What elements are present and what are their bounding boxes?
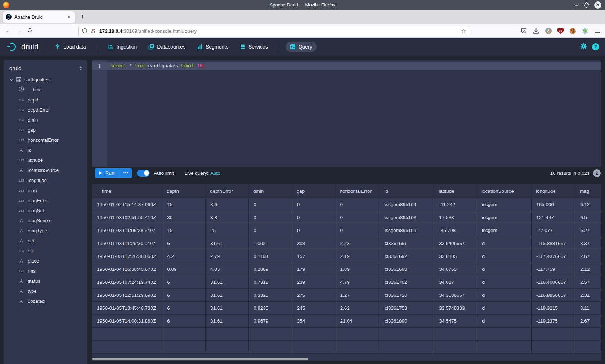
table-cell[interactable]: 30 (162, 211, 206, 224)
table-cell[interactable]: 2.31 (575, 289, 601, 302)
table-cell[interactable]: 1950-01-05T14:00:31.860Z (92, 315, 162, 328)
horizontal-scrollbar[interactable] (92, 358, 601, 360)
sidebar-column-depthError[interactable]: 123depthError (4, 105, 87, 115)
table-cell[interactable]: 2.67 (575, 250, 601, 263)
table-cell[interactable]: 1950-01-05T07:24:19.740Z (92, 276, 162, 289)
sidebar-column-longitude[interactable]: 123longitude (4, 175, 87, 185)
forward-button[interactable]: → (14, 28, 24, 34)
table-cell[interactable]: -45.798 (434, 224, 477, 237)
run-button[interactable]: Run (95, 168, 120, 178)
table-cell[interactable]: 34.017 (434, 276, 477, 289)
table-cell[interactable]: 0.3325 (249, 289, 292, 302)
table-cell[interactable]: 2.12 (575, 263, 601, 276)
table-cell[interactable]: 2.67 (575, 315, 601, 328)
table-cell[interactable]: 1950-01-04T16:38:45.670Z (92, 263, 162, 276)
table-cell[interactable]: ci (477, 237, 532, 250)
table-cell[interactable]: 15 (162, 224, 206, 237)
sidebar-column-magType[interactable]: AmagType (4, 226, 87, 236)
table-cell[interactable]: 31.61 (206, 289, 249, 302)
table-cell[interactable]: -117.759 (532, 263, 575, 276)
nav-item-segments[interactable]: Segments (193, 42, 233, 52)
table-cell[interactable]: 245 (292, 302, 336, 315)
table-cell[interactable]: 2.23 (335, 237, 380, 250)
table-cell[interactable]: iscgem895104 (380, 198, 434, 211)
table-cell[interactable]: iscgem (477, 224, 532, 237)
column-header-dmin[interactable]: dmin (249, 184, 292, 198)
insecure-lock-icon[interactable] (91, 28, 96, 34)
column-header-horizontalError[interactable]: horizontalError (335, 184, 380, 198)
table-cell[interactable]: 121.447 (532, 211, 575, 224)
table-cell[interactable]: ci (477, 289, 532, 302)
auto-limit-toggle[interactable] (137, 170, 150, 177)
sidebar-column-magError[interactable]: 123magError (4, 195, 87, 205)
sidebar-column-magSource[interactable]: AmagSource (4, 215, 87, 226)
sql-code-line[interactable]: select * from earthquakes limit 10 (107, 63, 203, 69)
nav-item-load-data[interactable]: Load data (50, 42, 90, 52)
sidebar-column-mag[interactable]: 123mag (4, 185, 87, 195)
sidebar-column-locationSource[interactable]: AlocationSource (4, 165, 87, 175)
table-cell[interactable]: 33.5748333 (434, 302, 477, 315)
live-query-value[interactable]: Auto (210, 170, 220, 176)
table-cell[interactable]: 3.37 (575, 237, 601, 250)
table-cell[interactable]: 17.533 (434, 211, 477, 224)
table-cell[interactable]: 2.57 (575, 276, 601, 289)
sidebar-column-place[interactable]: Aplace (4, 256, 87, 266)
sidebar-column-depth[interactable]: 123depth (4, 95, 87, 105)
url-input[interactable]: 172.18.0.4:30109/unified-console.html#qu… (78, 26, 470, 36)
table-cell[interactable]: 0 (249, 211, 292, 224)
table-cell[interactable]: 0.9235 (249, 302, 292, 315)
table-cell[interactable]: 4.03 (206, 263, 249, 276)
sidebar-column-dmin[interactable]: 123dmin (4, 115, 87, 125)
table-cell[interactable]: ci (477, 250, 532, 263)
table-cell[interactable]: iscgem895109 (380, 224, 434, 237)
query-editor[interactable]: 1 select * from earthquakes limit 10 (92, 60, 601, 167)
table-cell[interactable]: 34.3586667 (434, 289, 477, 302)
settings-gear-icon[interactable] (580, 43, 587, 51)
table-cell[interactable]: 1950-01-03T11:06:28.640Z (92, 224, 162, 237)
nav-item-datasources[interactable]: Datasources (144, 42, 190, 52)
back-button[interactable]: ← (3, 28, 14, 34)
table-cell[interactable]: 33.9406667 (434, 237, 477, 250)
table-cell[interactable]: 0 (249, 198, 292, 211)
nav-item-query[interactable]: Query (286, 42, 317, 52)
table-cell[interactable]: ci (477, 302, 532, 315)
sidebar-column-net[interactable]: Anet (4, 236, 87, 246)
download-results-icon[interactable] (593, 169, 601, 177)
table-cell[interactable]: -77.077 (532, 224, 575, 237)
bookmark-star-icon[interactable]: ☆ (461, 28, 466, 34)
druid-brand[interactable]: druid (6, 41, 39, 52)
table-cell[interactable]: 31.61 (206, 315, 249, 328)
table-cell[interactable]: 15 (162, 198, 206, 211)
table-cell[interactable]: 0 (335, 198, 380, 211)
table-cell[interactable]: 1950-01-03T11:26:30.040Z (92, 237, 162, 250)
sidebar-column-type[interactable]: Atype (4, 286, 87, 296)
table-cell[interactable]: 0.7318 (249, 276, 292, 289)
table-cell[interactable]: 21.04 (335, 315, 380, 328)
sidebar-column-gap[interactable]: 123gap (4, 125, 87, 135)
table-cell[interactable]: 1950-01-03T02:51:55.410Z (92, 211, 162, 224)
table-cell[interactable]: -115.8881667 (532, 237, 575, 250)
table-cell[interactable]: 1.27 (335, 289, 380, 302)
table-cell[interactable]: 0.1168 (249, 250, 292, 263)
sidebar-table-earthquakes[interactable]: earthquakes (4, 74, 87, 85)
column-header-id[interactable]: id (380, 184, 434, 198)
sidebar-column-magNst[interactable]: 123magNst (4, 205, 87, 215)
table-cell[interactable]: -119.3215 (532, 302, 575, 315)
scrollbar-thumb[interactable] (92, 358, 308, 360)
table-cell[interactable]: 3.8 (206, 211, 249, 224)
help-icon[interactable]: ? (592, 43, 599, 50)
table-cell[interactable]: 6 (162, 276, 206, 289)
sidebar-column-updated[interactable]: Aupdated (4, 296, 87, 306)
table-cell[interactable]: 31.61 (206, 302, 249, 315)
table-cell[interactable]: 0.9679 (249, 315, 292, 328)
column-header-longitude[interactable]: longitude (532, 184, 575, 198)
minimize-icon[interactable] (574, 4, 579, 6)
nav-item-ingestion[interactable]: Ingestion (104, 42, 142, 52)
table-cell[interactable]: 2.62 (335, 302, 380, 315)
column-header-locationSource[interactable]: locationSource (477, 184, 532, 198)
schema-selector[interactable]: druid (4, 60, 87, 74)
table-cell[interactable]: iscgem (477, 211, 532, 224)
table-cell[interactable]: 0.09 (162, 263, 206, 276)
cookie-extension-icon[interactable] (569, 28, 576, 35)
run-more-button[interactable]: ••• (120, 168, 132, 178)
